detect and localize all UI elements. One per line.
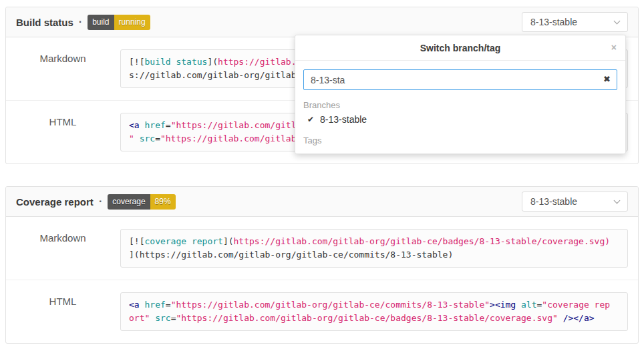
tags-section-label: Tags	[303, 135, 617, 145]
title-separator: ·	[99, 196, 102, 208]
coverage-badge: coverage 89%	[108, 194, 175, 210]
branch-item-8-13-stable[interactable]: ✔ 8-13-stable	[295, 110, 625, 125]
markdown-row: Markdown [![coverage report](https://git…	[6, 217, 638, 280]
branch-selector-value: 8-13-stable	[530, 17, 577, 27]
chevron-down-icon	[614, 197, 621, 204]
badge-label: build	[88, 15, 114, 30]
switch-branch-popup: Switch branch/tag × ✖ Branches ✔ 8-13-st…	[295, 35, 626, 154]
branch-search-input[interactable]	[303, 69, 617, 90]
html-label: HTML	[16, 113, 110, 151]
popup-header: Switch branch/tag ×	[295, 35, 625, 61]
branch-selector-dropdown[interactable]: 8-13-stable	[522, 192, 628, 212]
build-status-badge: build running	[88, 15, 150, 30]
build-status-header: Build status · build running 8-13-stable	[6, 7, 638, 37]
branches-section-label: Branches	[303, 100, 617, 110]
coverage-report-body: Markdown [![coverage report](https://git…	[6, 217, 638, 343]
panel-title: Coverage report	[16, 196, 94, 208]
clear-search-icon[interactable]: ✖	[603, 74, 611, 84]
html-label: HTML	[16, 292, 110, 331]
coverage-report-header: Coverage report · coverage 89% 8-13-stab…	[6, 187, 638, 217]
badge-value: running	[114, 15, 150, 30]
popup-title: Switch branch/tag	[420, 43, 501, 53]
close-icon[interactable]: ×	[611, 41, 617, 55]
branch-selector-value: 8-13-stable	[530, 196, 577, 207]
markdown-label: Markdown	[16, 49, 110, 88]
chevron-down-icon	[614, 17, 621, 24]
branch-search-wrap: ✖	[303, 69, 617, 90]
coverage-markdown-snippet: [![coverage report](https://gitlab.com/g…	[120, 229, 628, 268]
panel-title: Build status	[16, 17, 73, 28]
check-icon: ✔	[307, 115, 314, 124]
branch-selector-dropdown[interactable]: 8-13-stable	[522, 12, 628, 32]
coverage-report-panel: Coverage report · coverage 89% 8-13-stab…	[5, 186, 639, 344]
markdown-label: Markdown	[16, 229, 110, 268]
badge-label: coverage	[108, 194, 150, 210]
html-row: HTML <a href="https://gitlab.com/gitlab-…	[6, 280, 638, 343]
coverage-html-snippet: <a href="https://gitlab.com/gitlab-org/g…	[120, 292, 628, 331]
badge-value: 89%	[150, 194, 176, 210]
title-separator: ·	[79, 16, 82, 28]
branch-item-label: 8-13-stable	[320, 114, 367, 125]
